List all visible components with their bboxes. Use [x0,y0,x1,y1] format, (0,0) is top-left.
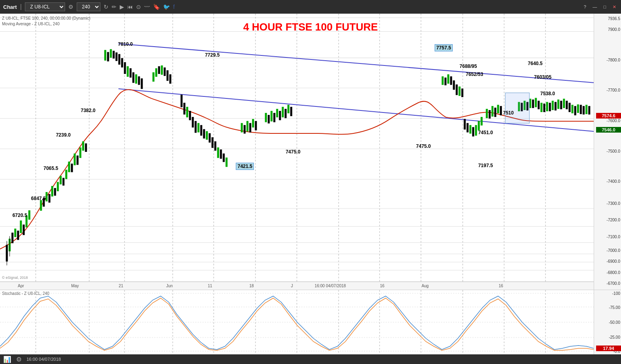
bookmark-icon[interactable]: 🔖 [153,4,160,10]
ind-50: -50.00 [609,320,620,325]
svg-rect-118 [462,89,463,97]
svg-rect-149 [566,101,568,109]
svg-rect-78 [181,95,182,107]
close-btn[interactable]: ✕ [611,4,618,10]
svg-rect-46 [57,182,59,191]
watermark: © eSignal, 2018 [2,276,28,280]
ann-6720: 6720.5 [12,213,27,218]
chart-icon[interactable]: 📊 [3,356,11,363]
price-7700: -7700.0 [607,88,620,92]
svg-rect-57 [104,50,106,60]
svg-rect-107 [282,107,284,117]
ann-6847: 6847.5 [31,196,46,201]
svg-rect-77 [170,75,171,84]
svg-rect-148 [563,99,565,108]
svg-rect-42 [46,192,47,201]
refresh-icon[interactable]: ↻ [104,4,108,10]
ann-7451: 7451.0 [478,130,493,135]
time-16-jul: 16 [380,284,384,288]
draw-icon[interactable]: ✏ [112,4,116,10]
svg-rect-111 [442,77,443,85]
svg-rect-94 [226,158,227,167]
svg-rect-141 [543,104,545,112]
timeframe-selector[interactable]: 240 [77,2,100,11]
restore-btn[interactable]: □ [602,4,608,10]
svg-rect-146 [558,100,559,108]
svg-rect-121 [470,125,471,133]
settings-icon[interactable]: ⚙ [68,4,74,10]
ann-7510: 7510 [503,110,514,116]
help-btn[interactable]: ? [582,4,588,10]
svg-rect-95 [241,123,243,132]
price-6700: -6700.0 [607,281,620,286]
price-7600: -7600.0 [607,119,620,123]
current-price-green: 7546.0 [596,127,621,133]
symbol-selector[interactable]: Z U8-ICL [25,2,65,11]
svg-rect-72 [155,68,157,76]
auto-icon[interactable]: ⊙ [136,4,141,10]
settings-bottom-icon[interactable]: ⚙ [16,356,22,363]
svg-rect-105 [276,109,278,117]
price-7500: -7500.0 [607,149,620,153]
svg-rect-150 [569,103,570,112]
svg-rect-108 [285,109,286,118]
svg-rect-136 [529,99,531,108]
time-aug: Aug [421,284,429,288]
ann-7421-box: 7421.5 [236,163,254,170]
svg-rect-153 [577,104,579,112]
time-jun: Jun [166,284,173,288]
svg-rect-34 [14,229,16,237]
svg-rect-91 [217,147,219,157]
svg-rect-152 [574,106,576,115]
ann-7603: 7603/05 [534,74,552,80]
minimize-btn[interactable]: — [591,4,599,10]
svg-rect-131 [500,106,502,115]
facebook-icon[interactable]: f [173,4,175,10]
svg-rect-109 [288,105,289,113]
ind-current: 17.94 [596,346,621,351]
main-chart[interactable]: Z U8-ICL, FTSE 100, 240, 00:00:00.00 (Dy… [0,14,621,290]
svg-rect-37 [23,225,25,235]
titlebar: Chart | Z U8-ICL ⚙ 240 ↻ ✏ ▶ ⏮ ⊙ 〰 🔖 🐦 f… [0,0,621,14]
svg-rect-76 [167,70,168,80]
info-line2: Moving Average - Z U8-ICL, 240 [2,21,90,27]
ann-7652: 7652/53 [466,72,483,77]
indicator-price-axis: -100 -75.00 -50.00 -25.00 -0.0 17.94 [594,290,621,354]
svg-rect-130 [497,105,499,113]
svg-rect-54 [80,147,81,157]
svg-rect-85 [200,125,202,135]
svg-rect-151 [572,105,573,113]
svg-rect-35 [17,231,19,240]
twitter-icon[interactable]: 🐦 [163,4,170,10]
time-21: 21 [119,284,123,288]
svg-rect-64 [124,62,126,74]
svg-rect-70 [141,79,143,89]
svg-rect-33 [12,233,13,243]
price-7936: 7936.5 [608,16,620,21]
svg-rect-68 [135,75,137,84]
svg-rect-123 [475,125,477,135]
svg-rect-156 [586,105,587,114]
ann-7475a: 7475.0 [286,149,300,155]
play-icon[interactable]: ▶ [120,4,124,10]
svg-rect-125 [481,117,482,125]
svg-rect-106 [279,111,281,120]
ind-25: -25.00 [609,335,620,339]
price-7400: -7400.0 [607,179,620,184]
time-apr: Apr [18,284,24,288]
svg-rect-44 [51,186,53,196]
svg-rect-59 [110,49,112,57]
svg-rect-104 [274,113,275,122]
replay-icon[interactable]: ⏮ [127,4,133,10]
price-7000: -7000.0 [607,248,620,253]
price-6900: -6900.0 [607,259,620,264]
svg-rect-93 [223,154,225,162]
svg-rect-67 [133,72,134,82]
ann-7382: 7382.0 [81,108,96,113]
svg-rect-120 [467,123,468,132]
ind-75: -75.00 [609,305,620,310]
fib-icon[interactable]: 〰 [144,4,150,10]
current-price-red: 7574.6 [596,113,621,119]
svg-rect-90 [214,141,216,150]
svg-rect-58 [107,52,109,61]
